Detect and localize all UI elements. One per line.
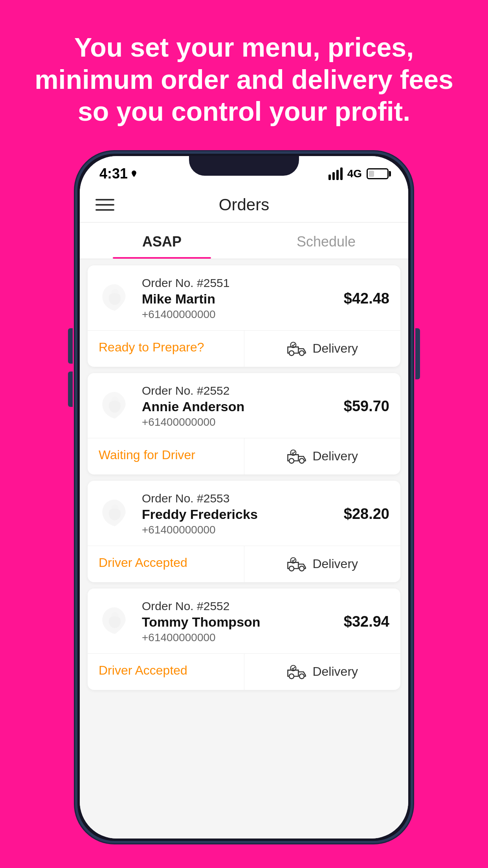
status-icons: 4G <box>328 167 389 180</box>
order-actions-3: Driver Accepted Deliv <box>88 546 400 582</box>
battery-fill <box>369 171 374 177</box>
screen-content: 4:31 4G <box>80 156 408 839</box>
order-phone-3: +61400000000 <box>142 524 344 536</box>
order-actions-2: Waiting for Driver De <box>88 438 400 474</box>
svg-point-0 <box>289 351 294 355</box>
svg-point-3 <box>289 458 294 463</box>
order-number-3: Order No. #2553 <box>142 492 344 505</box>
order-name-4: Tommy Thompson <box>142 614 344 630</box>
order-number-2: Order No. #2552 <box>142 384 344 397</box>
signal-bars <box>328 167 343 180</box>
svg-point-9 <box>289 674 294 679</box>
order-name-2: Annie Anderson <box>142 399 344 414</box>
order-actions-1: Ready to Prepare? Del <box>88 330 400 367</box>
order-info-3: Order No. #2553 Freddy Fredericks +61400… <box>142 492 344 536</box>
order-phone-4: +61400000000 <box>142 631 344 644</box>
order-price-2: $59.70 <box>344 398 389 415</box>
order-logo-1 <box>97 281 132 316</box>
svg-point-7 <box>299 566 304 571</box>
order-delivery-3: Delivery <box>244 546 401 582</box>
tabs-row: ASAP Schedule <box>80 223 408 259</box>
order-delivery-2: Delivery <box>244 438 401 474</box>
order-logo-3 <box>97 496 132 531</box>
delivery-icon-3 <box>286 555 307 573</box>
order-number-1: Order No. #2551 <box>142 276 344 290</box>
order-number-4: Order No. #2552 <box>142 600 344 613</box>
order-phone-2: +61400000000 <box>142 416 344 428</box>
delivery-icon-2 <box>286 448 307 465</box>
order-actions-4: Driver Accepted Deliv <box>88 653 400 690</box>
app-header: Orders <box>80 188 408 223</box>
location-icon <box>130 170 138 178</box>
phone-frame: 4:31 4G <box>75 151 413 843</box>
volume-down-button <box>68 371 73 407</box>
order-status-1[interactable]: Ready to Prepare? <box>88 331 244 367</box>
volume-up-button <box>68 328 73 364</box>
order-phone-1: +61400000000 <box>142 308 344 321</box>
order-top-1: Order No. #2551 Mike Martin +61400000000… <box>88 265 400 330</box>
order-top-3: Order No. #2553 Freddy Fredericks +61400… <box>88 481 400 546</box>
order-logo-2 <box>97 388 132 424</box>
order-price-3: $28.20 <box>344 506 389 522</box>
order-status-3[interactable]: Driver Accepted <box>88 546 244 582</box>
delivery-icon-1 <box>286 340 307 357</box>
order-card-4[interactable]: Order No. #2552 Tommy Thompson +61400000… <box>88 588 400 690</box>
order-card-2[interactable]: Order No. #2552 Annie Anderson +61400000… <box>88 373 400 474</box>
order-name-1: Mike Martin <box>142 291 344 307</box>
svg-point-10 <box>299 674 304 679</box>
order-info-4: Order No. #2552 Tommy Thompson +61400000… <box>142 600 344 644</box>
order-delivery-4: Delivery <box>244 654 401 690</box>
order-status-4[interactable]: Driver Accepted <box>88 654 244 690</box>
orders-list: Order No. #2551 Mike Martin +61400000000… <box>80 259 408 839</box>
phone-mockup: 4:31 4G <box>75 151 413 843</box>
order-card-3[interactable]: Order No. #2553 Freddy Fredericks +61400… <box>88 481 400 582</box>
order-price-4: $32.94 <box>344 613 389 630</box>
network-label: 4G <box>347 167 362 180</box>
svg-point-4 <box>299 458 304 463</box>
hamburger-menu[interactable] <box>95 199 114 211</box>
delivery-icon-4 <box>286 663 307 680</box>
phone-screen: 4:31 4G <box>80 156 408 839</box>
order-info-1: Order No. #2551 Mike Martin +61400000000 <box>142 276 344 321</box>
order-top-4: Order No. #2552 Tommy Thompson +61400000… <box>88 588 400 653</box>
order-logo-4 <box>97 604 132 639</box>
order-top-2: Order No. #2552 Annie Anderson +61400000… <box>88 373 400 438</box>
tab-asap[interactable]: ASAP <box>80 223 244 259</box>
svg-point-1 <box>299 351 304 355</box>
power-button <box>415 328 420 379</box>
headline-text: You set your menu, prices, minimum order… <box>0 0 488 151</box>
order-price-1: $42.48 <box>344 290 389 307</box>
battery-icon <box>367 168 389 179</box>
order-info-2: Order No. #2552 Annie Anderson +61400000… <box>142 384 344 428</box>
status-time: 4:31 <box>99 166 138 182</box>
order-status-2[interactable]: Waiting for Driver <box>88 438 244 474</box>
order-card-1[interactable]: Order No. #2551 Mike Martin +61400000000… <box>88 265 400 367</box>
app-title: Orders <box>219 195 269 214</box>
order-name-3: Freddy Fredericks <box>142 507 344 522</box>
order-delivery-1: Delivery <box>244 331 401 367</box>
notch <box>189 156 299 176</box>
svg-point-6 <box>289 566 294 571</box>
tab-schedule[interactable]: Schedule <box>244 223 408 259</box>
